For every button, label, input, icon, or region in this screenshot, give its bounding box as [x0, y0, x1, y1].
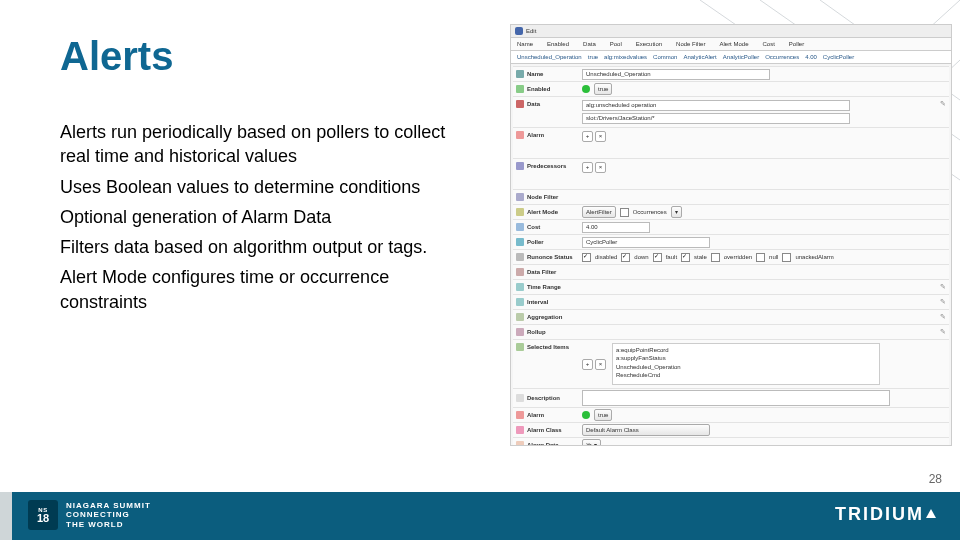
- link-icon: [516, 162, 524, 170]
- crumb-2: alg:mixedvalues: [604, 54, 647, 60]
- poller-input[interactable]: CyclicPoller: [582, 237, 710, 248]
- row-interval: Interval ✎: [513, 294, 949, 309]
- body-p2: Uses Boolean values to determine conditi…: [60, 175, 480, 199]
- name-input[interactable]: Unscheduled_Operation: [582, 69, 770, 80]
- label-description: Description: [527, 395, 560, 401]
- pred-add-remove[interactable]: +×: [582, 162, 608, 173]
- cost-icon: [516, 223, 524, 231]
- row-nodefilter: Node Filter: [513, 189, 949, 204]
- col-cost[interactable]: Cost: [762, 41, 774, 47]
- slide-title: Alerts: [60, 34, 173, 79]
- footer: NS 18 NIAGARA SUMMIT CONNECTING THE WORL…: [0, 492, 960, 540]
- selected-items-list[interactable]: a:equipPointRecord a:supplyFanStatus Uns…: [612, 343, 880, 385]
- row-name: Name Unscheduled_Operation: [513, 66, 949, 81]
- alertmode-checkbox[interactable]: [620, 208, 629, 217]
- label-poller: Poller: [527, 239, 544, 245]
- cb-null[interactable]: [756, 253, 765, 262]
- crumb-7: 4.00: [805, 54, 817, 60]
- col-enabled[interactable]: Enabled: [547, 41, 569, 47]
- row-cost: Cost 4.00: [513, 219, 949, 234]
- opt-overridden: overridden: [724, 254, 752, 260]
- row-alarmdata: Alarm Data ≫ ▾: [513, 437, 949, 446]
- badge-bottom: 18: [37, 513, 49, 524]
- alertmode-occ-dropdown[interactable]: ▾: [671, 206, 682, 218]
- col-data[interactable]: Data: [583, 41, 596, 47]
- status-dot-icon: [582, 411, 590, 419]
- col-nodefilter[interactable]: Node Filter: [676, 41, 705, 47]
- label-predecessors: Predecessors: [527, 163, 566, 169]
- row-alarm: Alarm +×: [513, 127, 949, 158]
- column-headers: Name Enabled Data Pool Execution Node Fi…: [511, 38, 951, 51]
- label-data: Data: [527, 101, 540, 107]
- data-value-input[interactable]: alg:unscheduled operation: [582, 100, 850, 111]
- cb-stale[interactable]: [681, 253, 690, 262]
- data-path-input[interactable]: slot:/Drivers/JaceStation/*: [582, 113, 850, 124]
- row-enabled: Enabled true: [513, 81, 949, 96]
- clock-icon: [516, 283, 524, 291]
- cb-unacked[interactable]: [782, 253, 791, 262]
- filter-icon: [516, 193, 524, 201]
- event-logo: NS 18 NIAGARA SUMMIT CONNECTING THE WORL…: [28, 500, 151, 530]
- ns18-badge: NS 18: [28, 500, 58, 530]
- row-aggregation: Aggregation ✎: [513, 309, 949, 324]
- alertmode-select[interactable]: AlertFilter: [582, 206, 616, 218]
- label-alarmdata: Alarm Data: [527, 442, 559, 446]
- list-item[interactable]: a:supplyFanStatus: [616, 354, 876, 362]
- label-runonce: Runonce Status: [527, 254, 573, 260]
- alarmclass-select[interactable]: Default Alarm Class: [582, 424, 710, 436]
- brand-text: TRIDIUM: [835, 504, 924, 525]
- list-item[interactable]: Unscheduled_Operation: [616, 363, 876, 371]
- list-item[interactable]: a:equipPointRecord: [616, 346, 876, 354]
- edit-icon[interactable]: ✎: [940, 298, 946, 306]
- label-cost: Cost: [527, 224, 540, 230]
- alarm2-select[interactable]: true: [594, 409, 612, 421]
- cb-down[interactable]: [621, 253, 630, 262]
- enabled-select[interactable]: true: [594, 83, 612, 95]
- col-alertmode[interactable]: Alert Mode: [719, 41, 748, 47]
- alarm-add-remove[interactable]: +×: [582, 131, 608, 142]
- col-execution[interactable]: Execution: [636, 41, 662, 47]
- crumb-0: Unscheduled_Operation: [517, 54, 582, 60]
- body-p1: Alerts run periodically based on pollers…: [60, 120, 480, 169]
- body-p5: Alert Mode configures time or occurrence…: [60, 265, 480, 314]
- data-icon: [516, 100, 524, 108]
- row-poller: Poller CyclicPoller: [513, 234, 949, 249]
- opt-disabled: disabled: [595, 254, 617, 260]
- app-window: Edit Name Enabled Data Pool Execution No…: [510, 24, 952, 446]
- items-add-remove[interactable]: +×: [582, 359, 608, 370]
- tagline-1: NIAGARA SUMMIT: [66, 501, 151, 511]
- cb-overridden[interactable]: [711, 253, 720, 262]
- row-datafilter: Data Filter: [513, 264, 949, 279]
- col-poller[interactable]: Poller: [789, 41, 804, 47]
- app-titlebar: Edit: [511, 25, 951, 38]
- label-interval: Interval: [527, 299, 548, 305]
- edit-icon[interactable]: ✎: [940, 328, 946, 336]
- label-nodefilter: Node Filter: [527, 194, 558, 200]
- cb-disabled[interactable]: [582, 253, 591, 262]
- cb-fault[interactable]: [653, 253, 662, 262]
- opt-null: null: [769, 254, 778, 260]
- edit-icon[interactable]: ✎: [940, 313, 946, 321]
- list-item[interactable]: RescheduleCmd: [616, 371, 876, 379]
- selected-row[interactable]: Unscheduled_Operation true alg:mixedvalu…: [511, 51, 951, 64]
- crumb-1: true: [588, 54, 598, 60]
- row-alarm2: Alarm true: [513, 407, 949, 422]
- edit-icon[interactable]: ✎: [940, 100, 946, 108]
- edit-icon[interactable]: ✎: [940, 283, 946, 291]
- row-description: Description: [513, 388, 949, 407]
- alarmdata-expand[interactable]: ≫ ▾: [582, 439, 601, 446]
- mode-icon: [516, 208, 524, 216]
- opt-down: down: [634, 254, 648, 260]
- cost-input[interactable]: 4.00: [582, 222, 650, 233]
- row-timerange: Time Range ✎: [513, 279, 949, 294]
- datafilter-icon: [516, 268, 524, 276]
- row-data: Data alg:unscheduled operation slot:/Dri…: [513, 96, 949, 127]
- window-title: Edit: [526, 28, 536, 34]
- col-pool[interactable]: Pool: [610, 41, 622, 47]
- label-alertmode: Alert Mode: [527, 209, 558, 215]
- col-name[interactable]: Name: [517, 41, 533, 47]
- description-input[interactable]: [582, 390, 890, 406]
- crumb-6: Occurrences: [765, 54, 799, 60]
- interval-icon: [516, 298, 524, 306]
- label-alarmclass: Alarm Class: [527, 427, 562, 433]
